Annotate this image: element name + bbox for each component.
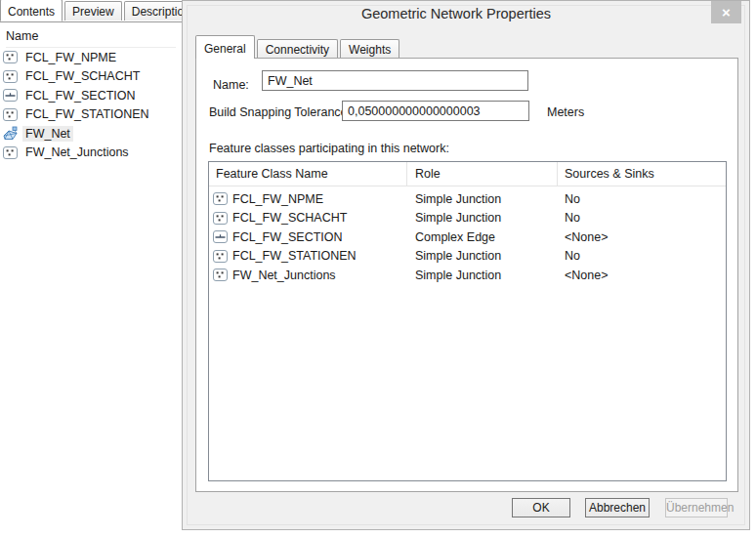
name-column-header: Name xyxy=(6,29,176,48)
table-caption: Feature classes participating in this ne… xyxy=(209,142,449,155)
cell-feature-class-name: FCL_FW_STATIONEN xyxy=(213,247,357,267)
cell-feature-class-name: FCL_FW_SECTION xyxy=(213,228,343,247)
list-item[interactable]: FCL_FW_SCHACHT xyxy=(0,67,178,87)
cell-feature-class-name: FW_Net_Junctions xyxy=(213,266,336,285)
cell-role: Simple Junction xyxy=(415,209,501,228)
list-item-label: FCL_FW_STATIONEN xyxy=(22,106,152,122)
catalog-list: FCL_FW_NPMEFCL_FW_SCHACHTFCL_FW_SECTIONF… xyxy=(0,48,178,162)
table-header: Feature Class Name Role Sources & Sinks xyxy=(209,162,726,186)
column-header-feature-class-name: Feature Class Name xyxy=(216,167,328,181)
tab-general[interactable]: General xyxy=(195,35,255,59)
table-row[interactable]: FCL_FW_SECTIONComplex Edge<None> xyxy=(209,228,726,247)
tolerance-unit: Meters xyxy=(547,105,584,119)
geometric-network-properties-dialog: Geometric Network Properties × General C… xyxy=(182,0,750,530)
tolerance-input[interactable] xyxy=(342,101,529,121)
point-feature-class-icon xyxy=(3,50,20,64)
close-icon: × xyxy=(722,1,731,23)
apply-button[interactable]: Übernehmen xyxy=(665,498,728,517)
table-row[interactable]: FCL_FW_STATIONENSimple JunctionNo xyxy=(209,247,726,267)
name-label: Name: xyxy=(213,78,249,92)
point-feature-class-icon xyxy=(213,191,230,206)
table-body: FCL_FW_NPMESimple JunctionNoFCL_FW_SCHAC… xyxy=(209,186,726,285)
line-feature-class-icon xyxy=(213,229,230,244)
tab-contents[interactable]: Contents xyxy=(0,0,63,21)
column-header-role: Role xyxy=(415,167,441,181)
list-item[interactable]: FCL_FW_SECTION xyxy=(0,86,178,105)
list-item[interactable]: FW_Net xyxy=(0,124,178,144)
list-item-label: FCL_FW_NPME xyxy=(22,50,119,65)
point-feature-class-icon xyxy=(213,268,230,282)
point-feature-class-icon xyxy=(3,107,20,122)
cell-feature-class-name: FCL_FW_NPME xyxy=(213,189,323,209)
general-tab-page: Name: Build Snapping Tolerance: Meters F… xyxy=(195,58,738,492)
dialog-tab-strip: General Connectivity Weights xyxy=(195,35,401,59)
cell-role: Simple Junction xyxy=(415,247,501,267)
cell-role: Complex Edge xyxy=(415,228,495,247)
tab-connectivity[interactable]: Connectivity xyxy=(257,39,338,58)
cell-role: Simple Junction xyxy=(415,266,501,285)
cell-sources-sinks: <None> xyxy=(565,228,608,247)
list-item[interactable]: FW_Net_Junctions xyxy=(0,144,178,163)
column-header-sources-sinks: Sources & Sinks xyxy=(565,167,654,181)
list-item-label: FCL_FW_SCHACHT xyxy=(22,68,143,84)
column-separator xyxy=(406,162,407,186)
column-separator xyxy=(557,162,558,186)
ok-button[interactable]: OK xyxy=(512,498,570,517)
point-feature-class-icon xyxy=(3,145,20,160)
list-item-label: FW_Net_Junctions xyxy=(22,145,132,160)
line-feature-class-icon xyxy=(3,88,20,103)
table-row[interactable]: FCL_FW_NPMESimple JunctionNo xyxy=(209,189,726,209)
tolerance-label: Build Snapping Tolerance: xyxy=(209,105,351,119)
point-feature-class-icon xyxy=(3,69,20,84)
list-item-label: FCL_FW_SECTION xyxy=(22,88,139,103)
point-feature-class-icon xyxy=(213,249,230,264)
geometric-network-icon xyxy=(3,126,20,141)
cell-sources-sinks: No xyxy=(565,209,580,228)
cancel-button[interactable]: Abbrechen xyxy=(585,498,650,517)
list-item[interactable]: FCL_FW_STATIONEN xyxy=(0,105,178,125)
cell-role: Simple Junction xyxy=(415,189,501,209)
cell-feature-class-name: FCL_FW_SCHACHT xyxy=(213,209,347,228)
table-row[interactable]: FW_Net_JunctionsSimple Junction<None> xyxy=(209,266,726,285)
cell-sources-sinks: No xyxy=(565,189,580,209)
list-item-label: FW_Net xyxy=(22,126,73,142)
catalog-tab-strip: Contents Preview Description xyxy=(0,0,182,22)
cell-sources-sinks: No xyxy=(565,247,580,267)
tab-preview[interactable]: Preview xyxy=(64,1,122,21)
dialog-title: Geometric Network Properties xyxy=(222,6,691,21)
table-row[interactable]: FCL_FW_SCHACHTSimple JunctionNo xyxy=(209,209,726,228)
close-button[interactable]: × xyxy=(711,1,741,23)
list-item[interactable]: FCL_FW_NPME xyxy=(0,48,178,67)
name-input[interactable] xyxy=(262,70,528,91)
catalog-panel: Contents Preview Description Name FCL_FW… xyxy=(0,0,182,538)
cell-sources-sinks: <None> xyxy=(565,266,608,285)
feature-class-table: Feature Class Name Role Sources & Sinks … xyxy=(208,161,727,481)
tab-weights[interactable]: Weights xyxy=(340,39,399,58)
app-window: Contents Preview Description Name FCL_FW… xyxy=(0,0,756,538)
point-feature-class-icon xyxy=(213,211,230,226)
